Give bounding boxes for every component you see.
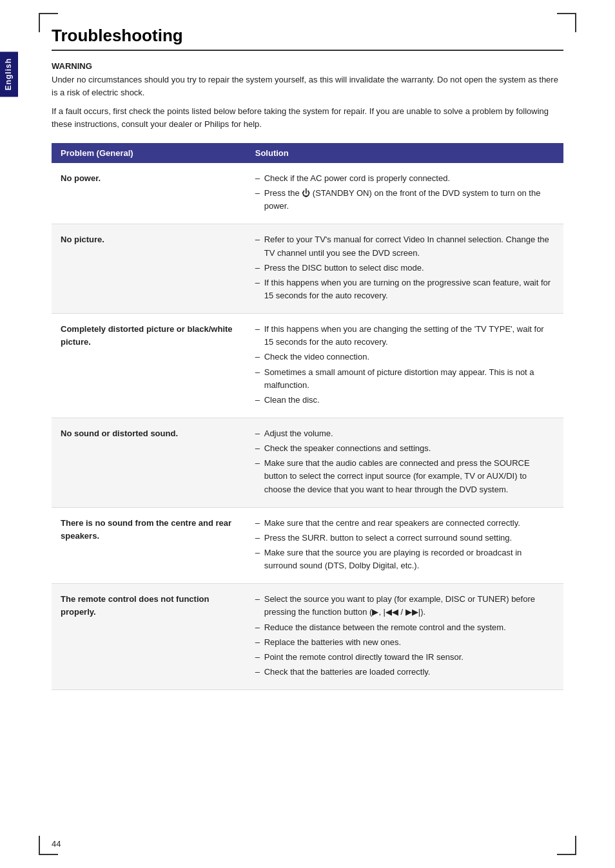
solution-item: Check the video connection. [255, 351, 554, 363]
problem-cell: There is no sound from the centre and re… [52, 507, 246, 584]
solution-cell: Check if the AC power cord is properly c… [246, 163, 563, 224]
language-tab: English [0, 52, 18, 97]
table-row: No power.Check if the AC power cord is p… [52, 163, 563, 224]
solution-item: Check the speaker connections and settin… [255, 442, 554, 455]
solution-item: Reduce the distance between the remote c… [255, 621, 554, 634]
solution-item: Sometimes a small amount of picture dist… [255, 366, 554, 392]
corner-mark-tr-h [557, 13, 576, 14]
solution-item: Replace the batteries with new ones. [255, 636, 554, 649]
warning-title: WARNING [52, 61, 563, 71]
solution-item: Make sure that the centre and rear speak… [255, 517, 554, 530]
corner-mark-tl-v [39, 13, 40, 32]
corner-mark-bl-h [39, 854, 58, 855]
solution-item: Check that the batteries are loaded corr… [255, 666, 554, 679]
solution-item: Press the ⏻ (STANDBY ON) on the front of… [255, 187, 554, 213]
table-header-row: Problem (General) Solution [52, 143, 563, 163]
problem-cell: No picture. [52, 224, 246, 314]
solution-item: Press the SURR. button to select a corre… [255, 532, 554, 545]
problem-cell: Completely distorted picture or black/wh… [52, 314, 246, 418]
problem-cell: No sound or distorted sound. [52, 418, 246, 507]
header-problem: Problem (General) [52, 143, 246, 163]
corner-mark-tl-h [39, 13, 58, 14]
corner-mark-br-h [557, 854, 576, 855]
table-row: No sound or distorted sound.Adjust the v… [52, 418, 563, 507]
main-content: Troubleshooting WARNING Under no circums… [0, 0, 615, 729]
problem-cell: The remote control does not function pro… [52, 584, 246, 690]
solution-cell: Refer to your TV's manual for correct Vi… [246, 224, 563, 314]
page-title: Troubleshooting [52, 26, 563, 51]
page-number: 44 [52, 839, 61, 849]
warning-paragraph1: Under no circumstances should you try to… [52, 73, 563, 99]
solution-item: Refer to your TV's manual for correct Vi… [255, 233, 554, 259]
table-row: There is no sound from the centre and re… [52, 507, 563, 584]
solution-item: Make sure that the source you are playin… [255, 546, 554, 572]
solution-item: Clean the disc. [255, 394, 554, 407]
solution-item: Adjust the volume. [255, 427, 554, 440]
corner-mark-br-v [575, 836, 576, 855]
warning-paragraph2: If a fault occurs, first check the point… [52, 105, 563, 130]
solution-cell: Adjust the volume.Check the speaker conn… [246, 418, 563, 507]
solution-item: If this happens when you are changing th… [255, 323, 554, 349]
page-container: English Troubleshooting WARNING Under no… [0, 0, 615, 868]
problem-cell: No power. [52, 163, 246, 224]
solution-item: Point the remote control directly toward… [255, 651, 554, 664]
corner-mark-tr-v [575, 13, 576, 32]
solution-cell: Make sure that the centre and rear speak… [246, 507, 563, 584]
solution-item: Select the source you want to play (for … [255, 593, 554, 619]
solution-item: If this happens when you are turning on … [255, 276, 554, 302]
solution-cell: If this happens when you are changing th… [246, 314, 563, 418]
table-row: Completely distorted picture or black/wh… [52, 314, 563, 418]
corner-mark-bl-v [39, 836, 40, 855]
table-row: No picture.Refer to your TV's manual for… [52, 224, 563, 314]
solution-item: Make sure that the audio cables are conn… [255, 457, 554, 496]
solution-item: Press the DISC button to select disc mod… [255, 262, 554, 275]
table-row: The remote control does not function pro… [52, 584, 563, 690]
solution-item: Check if the AC power cord is properly c… [255, 172, 554, 185]
troubleshooting-table: Problem (General) Solution No power.Chec… [52, 143, 563, 690]
header-solution: Solution [246, 143, 563, 163]
warning-section: WARNING Under no circumstances should yo… [52, 61, 563, 130]
solution-cell: Select the source you want to play (for … [246, 584, 563, 690]
